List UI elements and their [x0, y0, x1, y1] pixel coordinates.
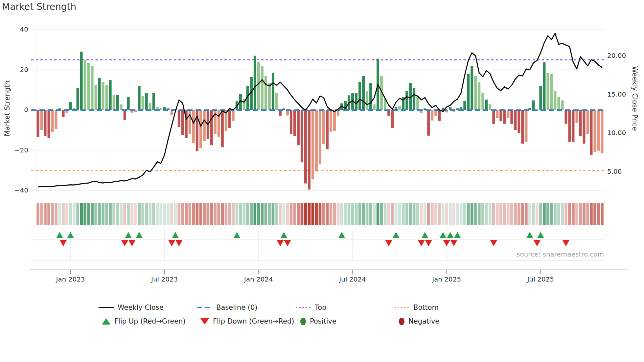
legend-item-bottom: Bottom [394, 304, 439, 311]
weekly-close-line-swatch [99, 307, 114, 308]
flip-down-marker [418, 240, 425, 246]
flip-up-marker [440, 232, 447, 238]
flip-down-marker [490, 240, 497, 246]
bottom-dotted-swatch [394, 307, 409, 308]
flip-down-triangle-icon [200, 318, 209, 325]
right-axis-tick: 15.00 [607, 90, 637, 98]
flip-down-marker [175, 240, 182, 246]
legend-item-flip-down: Flip Down (Green→Red) [200, 317, 294, 325]
source-annotation: source: sharemaestro.com [517, 250, 604, 258]
right-axis-tick: 5.00 [607, 168, 637, 175]
flip-up-marker [280, 232, 287, 238]
negative-dot-icon [399, 318, 404, 325]
flip-down-marker [60, 240, 67, 246]
x-axis-tick: Jul 2023 [138, 275, 191, 283]
flip-up-marker [172, 232, 179, 238]
x-axis-tick: Jul 2025 [514, 275, 567, 283]
legend-label: Flip Up (Red→Green) [114, 317, 186, 325]
x-axis-tick: Jan 2025 [420, 275, 473, 283]
flip-down-marker [284, 240, 291, 246]
legend-label: Negative [408, 317, 439, 325]
left-axis-tick: 40 [5, 25, 28, 33]
left-axis-tick: 0 [5, 106, 28, 114]
flip-down-marker [425, 240, 432, 246]
legend-item-weekly-close: Weekly Close [99, 304, 164, 311]
flip-up-triangle-icon [102, 318, 110, 325]
flip-down-marker [443, 240, 450, 246]
flip-down-marker [168, 240, 175, 246]
flip-up-marker [125, 232, 132, 238]
legend-label: Positive [310, 317, 336, 325]
flip-down-marker [277, 240, 284, 246]
flip-down-marker [128, 240, 135, 246]
x-axis-tick: Jan 2024 [232, 275, 285, 283]
legend-label: Weekly Close [118, 304, 164, 311]
flip-up-marker [136, 232, 143, 238]
legend-item-positive: Positive [299, 317, 336, 325]
legend-item-baseline: Baseline (0) [197, 304, 257, 311]
flip-markers [31, 232, 604, 246]
market-strength-figure: Market Strength Market Strength Weekly C… [0, 0, 644, 362]
baseline-dash-swatch [197, 307, 212, 308]
flip-up-marker [447, 232, 454, 238]
x-axis-tick: Jul 2024 [326, 275, 379, 283]
positive-dot-icon [300, 318, 306, 325]
flip-up-marker [393, 232, 400, 238]
legend-label: Top [315, 304, 326, 311]
legend-item-negative: Negative [398, 317, 439, 325]
left-axis-tick: −20 [5, 146, 28, 154]
legend-label: Flip Down (Green→Red) [213, 317, 294, 325]
left-axis-tick: 20 [5, 66, 28, 74]
legend-item-top: Top [296, 304, 326, 311]
legend-label: Baseline (0) [216, 304, 257, 311]
flip-up-marker [233, 232, 240, 238]
x-axis-tick: Jan 2023 [44, 275, 97, 283]
right-axis-title: Weekly Close Price [631, 66, 639, 131]
flip-down-marker [534, 240, 540, 246]
left-axis-tick: −40 [5, 186, 28, 194]
flip-down-marker [563, 240, 569, 246]
flip-up-marker [56, 232, 63, 238]
legend-item-flip-up: Flip Up (Red→Green) [102, 317, 186, 325]
right-axis-tick: 20.00 [607, 52, 637, 59]
flip-down-marker [385, 240, 392, 246]
flip-down-marker [121, 240, 128, 246]
flip-up-marker [454, 232, 461, 238]
flip-down-marker [450, 240, 457, 246]
right-axis-tick: 10.00 [607, 129, 637, 137]
flip-up-marker [422, 232, 428, 238]
strength-heatmap [36, 203, 604, 225]
top-dotted-swatch [296, 307, 311, 308]
flip-up-marker [537, 232, 544, 238]
legend-label: Bottom [413, 304, 439, 311]
x-axis-decorations [29, 260, 628, 274]
flip-up-marker [67, 232, 74, 238]
flip-up-marker [338, 232, 345, 238]
strength-bars [37, 52, 604, 190]
flip-up-marker [526, 232, 533, 238]
